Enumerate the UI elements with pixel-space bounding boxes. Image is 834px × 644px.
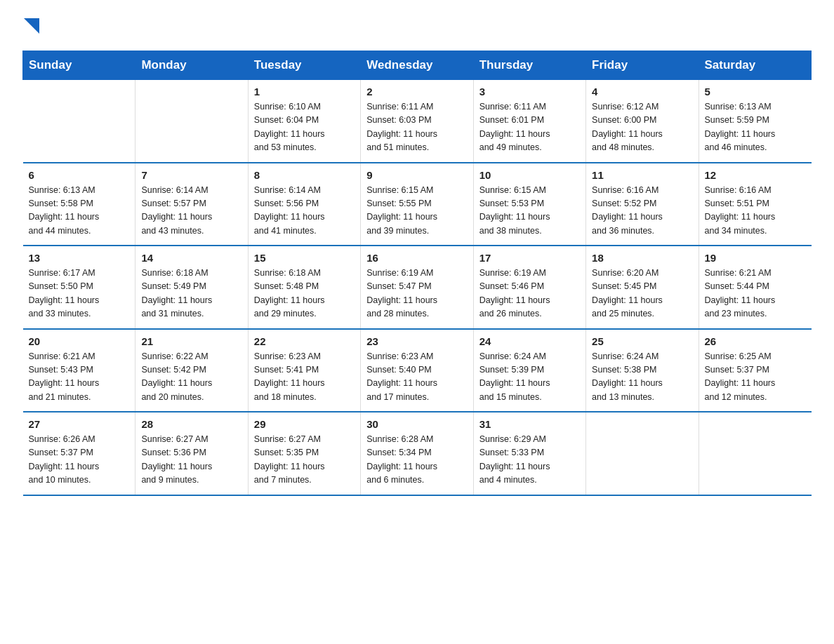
calendar-week-row: 27Sunrise: 6:26 AM Sunset: 5:37 PM Dayli… [23, 412, 812, 495]
calendar-day-28: 28Sunrise: 6:27 AM Sunset: 5:36 PM Dayli… [135, 412, 248, 495]
calendar-day-16: 16Sunrise: 6:19 AM Sunset: 5:47 PM Dayli… [361, 246, 473, 329]
calendar-day-27: 27Sunrise: 6:26 AM Sunset: 5:37 PM Dayli… [23, 412, 135, 495]
calendar-day-26: 26Sunrise: 6:25 AM Sunset: 5:37 PM Dayli… [699, 329, 811, 412]
calendar-table: SundayMondayTuesdayWednesdayThursdayFrid… [22, 51, 812, 496]
day-info: Sunrise: 6:21 AM Sunset: 5:44 PM Dayligh… [705, 267, 806, 321]
day-info: Sunrise: 6:20 AM Sunset: 5:45 PM Dayligh… [592, 267, 692, 321]
calendar-week-row: 6Sunrise: 6:13 AM Sunset: 5:58 PM Daylig… [23, 163, 812, 246]
day-number: 7 [141, 169, 241, 181]
calendar-week-row: 20Sunrise: 6:21 AM Sunset: 5:43 PM Dayli… [23, 329, 812, 412]
calendar-day-10: 10Sunrise: 6:15 AM Sunset: 5:53 PM Dayli… [473, 163, 585, 246]
day-number: 18 [592, 252, 692, 264]
day-number: 29 [254, 418, 355, 430]
calendar-day-13: 13Sunrise: 6:17 AM Sunset: 5:50 PM Dayli… [23, 246, 135, 329]
day-number: 13 [29, 252, 130, 264]
calendar-day-25: 25Sunrise: 6:24 AM Sunset: 5:38 PM Dayli… [586, 329, 699, 412]
day-number: 31 [479, 418, 580, 430]
day-number: 8 [254, 169, 355, 181]
day-info: Sunrise: 6:28 AM Sunset: 5:34 PM Dayligh… [366, 433, 467, 488]
day-number: 1 [254, 86, 355, 98]
weekday-header-tuesday: Tuesday [248, 51, 360, 80]
weekday-header-sunday: Sunday [23, 51, 135, 80]
calendar-day-8: 8Sunrise: 6:14 AM Sunset: 5:56 PM Daylig… [248, 163, 360, 246]
day-number: 15 [254, 252, 355, 264]
day-number: 12 [705, 169, 806, 181]
svg-marker-0 [24, 18, 39, 34]
day-number: 5 [705, 86, 806, 98]
day-number: 3 [479, 86, 580, 98]
day-number: 2 [366, 86, 467, 98]
page-header [22, 17, 812, 39]
calendar-day-31: 31Sunrise: 6:29 AM Sunset: 5:33 PM Dayli… [473, 412, 585, 495]
day-number: 23 [366, 335, 467, 347]
day-number: 24 [479, 335, 580, 347]
calendar-day-12: 12Sunrise: 6:16 AM Sunset: 5:51 PM Dayli… [699, 163, 811, 246]
day-number: 9 [366, 169, 467, 181]
calendar-day-2: 2Sunrise: 6:11 AM Sunset: 6:03 PM Daylig… [361, 80, 473, 163]
day-number: 4 [592, 86, 692, 98]
calendar-day-15: 15Sunrise: 6:18 AM Sunset: 5:48 PM Dayli… [248, 246, 360, 329]
day-info: Sunrise: 6:23 AM Sunset: 5:40 PM Dayligh… [366, 350, 467, 405]
day-info: Sunrise: 6:18 AM Sunset: 5:48 PM Dayligh… [254, 267, 355, 321]
day-info: Sunrise: 6:15 AM Sunset: 5:55 PM Dayligh… [366, 184, 467, 239]
day-info: Sunrise: 6:21 AM Sunset: 5:43 PM Dayligh… [29, 350, 130, 405]
weekday-header-friday: Friday [586, 51, 699, 80]
day-info: Sunrise: 6:27 AM Sunset: 5:36 PM Dayligh… [141, 433, 241, 488]
calendar-day-22: 22Sunrise: 6:23 AM Sunset: 5:41 PM Dayli… [248, 329, 360, 412]
calendar-week-row: 13Sunrise: 6:17 AM Sunset: 5:50 PM Dayli… [23, 246, 812, 329]
calendar-empty-cell [135, 80, 248, 163]
calendar-day-14: 14Sunrise: 6:18 AM Sunset: 5:49 PM Dayli… [135, 246, 248, 329]
calendar-day-30: 30Sunrise: 6:28 AM Sunset: 5:34 PM Dayli… [361, 412, 473, 495]
day-info: Sunrise: 6:14 AM Sunset: 5:57 PM Dayligh… [141, 184, 241, 239]
calendar-day-11: 11Sunrise: 6:16 AM Sunset: 5:52 PM Dayli… [586, 163, 699, 246]
day-info: Sunrise: 6:18 AM Sunset: 5:49 PM Dayligh… [141, 267, 241, 321]
calendar-day-24: 24Sunrise: 6:24 AM Sunset: 5:39 PM Dayli… [473, 329, 585, 412]
day-number: 19 [705, 252, 806, 264]
weekday-header-thursday: Thursday [473, 51, 585, 80]
day-info: Sunrise: 6:13 AM Sunset: 5:59 PM Dayligh… [705, 100, 806, 155]
day-info: Sunrise: 6:24 AM Sunset: 5:38 PM Dayligh… [592, 350, 692, 405]
day-info: Sunrise: 6:16 AM Sunset: 5:52 PM Dayligh… [592, 184, 692, 239]
calendar-day-5: 5Sunrise: 6:13 AM Sunset: 5:59 PM Daylig… [699, 80, 811, 163]
calendar-day-21: 21Sunrise: 6:22 AM Sunset: 5:42 PM Dayli… [135, 329, 248, 412]
weekday-header-saturday: Saturday [699, 51, 811, 80]
day-info: Sunrise: 6:11 AM Sunset: 6:01 PM Dayligh… [479, 100, 580, 155]
logo [22, 17, 39, 39]
calendar-empty-cell [23, 80, 135, 163]
day-info: Sunrise: 6:29 AM Sunset: 5:33 PM Dayligh… [479, 433, 580, 488]
calendar-day-6: 6Sunrise: 6:13 AM Sunset: 5:58 PM Daylig… [23, 163, 135, 246]
calendar-day-3: 3Sunrise: 6:11 AM Sunset: 6:01 PM Daylig… [473, 80, 585, 163]
weekday-header-row: SundayMondayTuesdayWednesdayThursdayFrid… [23, 51, 812, 80]
calendar-empty-cell [699, 412, 811, 495]
day-number: 30 [366, 418, 467, 430]
day-info: Sunrise: 6:13 AM Sunset: 5:58 PM Dayligh… [29, 184, 130, 239]
day-number: 16 [366, 252, 467, 264]
calendar-day-1: 1Sunrise: 6:10 AM Sunset: 6:04 PM Daylig… [248, 80, 360, 163]
day-info: Sunrise: 6:19 AM Sunset: 5:47 PM Dayligh… [366, 267, 467, 321]
calendar-day-9: 9Sunrise: 6:15 AM Sunset: 5:55 PM Daylig… [361, 163, 473, 246]
calendar-day-29: 29Sunrise: 6:27 AM Sunset: 5:35 PM Dayli… [248, 412, 360, 495]
weekday-header-monday: Monday [135, 51, 248, 80]
day-info: Sunrise: 6:23 AM Sunset: 5:41 PM Dayligh… [254, 350, 355, 405]
day-info: Sunrise: 6:26 AM Sunset: 5:37 PM Dayligh… [29, 433, 130, 488]
calendar-day-17: 17Sunrise: 6:19 AM Sunset: 5:46 PM Dayli… [473, 246, 585, 329]
calendar-day-18: 18Sunrise: 6:20 AM Sunset: 5:45 PM Dayli… [586, 246, 699, 329]
day-info: Sunrise: 6:11 AM Sunset: 6:03 PM Dayligh… [366, 100, 467, 155]
day-number: 22 [254, 335, 355, 347]
day-info: Sunrise: 6:10 AM Sunset: 6:04 PM Dayligh… [254, 100, 355, 155]
day-number: 25 [592, 335, 692, 347]
logo-arrow-icon [22, 17, 39, 39]
calendar-week-row: 1Sunrise: 6:10 AM Sunset: 6:04 PM Daylig… [23, 80, 812, 163]
day-info: Sunrise: 6:15 AM Sunset: 5:53 PM Dayligh… [479, 184, 580, 239]
day-info: Sunrise: 6:14 AM Sunset: 5:56 PM Dayligh… [254, 184, 355, 239]
day-info: Sunrise: 6:22 AM Sunset: 5:42 PM Dayligh… [141, 350, 241, 405]
day-number: 26 [705, 335, 806, 347]
day-info: Sunrise: 6:19 AM Sunset: 5:46 PM Dayligh… [479, 267, 580, 321]
day-number: 21 [141, 335, 241, 347]
calendar-empty-cell [586, 412, 699, 495]
day-info: Sunrise: 6:24 AM Sunset: 5:39 PM Dayligh… [479, 350, 580, 405]
calendar-day-23: 23Sunrise: 6:23 AM Sunset: 5:40 PM Dayli… [361, 329, 473, 412]
calendar-day-19: 19Sunrise: 6:21 AM Sunset: 5:44 PM Dayli… [699, 246, 811, 329]
day-number: 14 [141, 252, 241, 264]
day-info: Sunrise: 6:27 AM Sunset: 5:35 PM Dayligh… [254, 433, 355, 488]
